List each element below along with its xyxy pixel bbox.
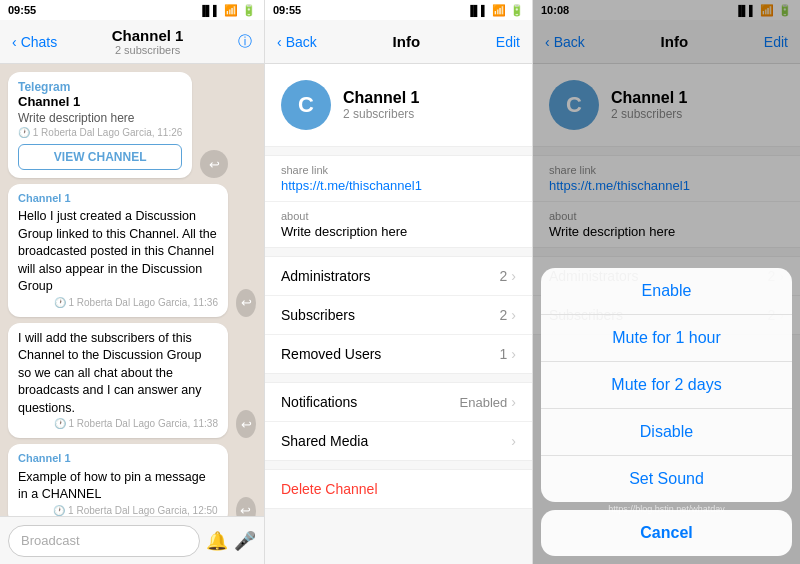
notifications-label: Notifications <box>281 394 357 410</box>
bell-icon[interactable]: 🔔 <box>206 530 228 552</box>
action-cancel-button[interactable]: Cancel <box>541 510 792 556</box>
signal-icon: ▐▌▌ <box>199 5 220 16</box>
status-bar-2: 09:55 ▐▌▌ 📶 🔋 <box>265 0 532 20</box>
removed-users-row[interactable]: Removed Users 1 › <box>265 335 532 373</box>
action-set-sound[interactable]: Set Sound <box>541 456 792 502</box>
message-text: Hello I just created a Discussion Group … <box>18 209 217 293</box>
shared-media-right: › <box>511 433 516 449</box>
profile-name: Channel 1 <box>343 89 419 107</box>
signal-icon-2: ▐▌▌ <box>467 5 488 16</box>
sender-name: Channel 1 <box>18 191 218 206</box>
forward-button[interactable]: ↩ <box>236 497 256 516</box>
back-button[interactable]: ‹ Chats <box>12 34 57 50</box>
notifications-value: Enabled <box>460 395 508 410</box>
notifications-section: Notifications Enabled › Shared Media › <box>265 382 532 461</box>
broadcast-input[interactable]: Broadcast <box>8 525 200 557</box>
status-bar: 09:55 ▐▌▌ 📶 🔋 <box>0 0 264 20</box>
list-item: Channel 1 Example of how to pin a messag… <box>8 444 256 516</box>
admin-count: 2 <box>500 268 508 284</box>
msg-timestamp: 🕐 1 Roberta Dal Lago Garcia, 11:26 <box>18 127 182 138</box>
delete-channel-button[interactable]: Delete Channel <box>265 469 532 509</box>
chat-panel: 09:55 ▐▌▌ 📶 🔋 ‹ Chats Channel 1 2 subscr… <box>0 0 265 564</box>
profile-subscribers: 2 subscribers <box>343 107 419 121</box>
row-label-removed: Removed Users <box>281 346 381 362</box>
wifi-icon-2: 📶 <box>492 4 506 17</box>
list-item: Channel 1 Hello I just created a Discuss… <box>8 184 256 317</box>
row-label-subscribers: Subscribers <box>281 307 355 323</box>
watermark: https://blog.bstin.net/whatdav <box>533 504 800 514</box>
action-sheet-group: Enable Mute for 1 hour Mute for 2 days D… <box>541 268 792 502</box>
info-nav-bar: ‹ Back Info Edit <box>265 20 532 64</box>
chat-messages: Telegram Channel 1 Write description her… <box>0 64 264 516</box>
chevron-icon-4: › <box>511 394 516 410</box>
administrators-row[interactable]: Administrators 2 › <box>265 257 532 296</box>
chevron-icon-3: › <box>511 346 516 362</box>
about-field: about Write description here <box>265 202 532 247</box>
notifications-right: Enabled › <box>460 394 516 410</box>
message-bubble: Channel 1 Example of how to pin a messag… <box>8 444 228 516</box>
info-panel: 09:55 ▐▌▌ 📶 🔋 ‹ Back Info Edit C Channel… <box>265 0 533 564</box>
message-bubble: I will add the subscribers of this Chann… <box>8 323 228 439</box>
field-value-link[interactable]: https://t.me/thischannel1 <box>281 178 516 193</box>
message-text: Example of how to pin a message in a CHA… <box>18 470 206 502</box>
msg-timestamp: 🕐 1 Roberta Dal Lago Garcia, 12:50 <box>18 504 218 516</box>
battery-icon: 🔋 <box>242 4 256 17</box>
chat-subtitle: 2 subscribers <box>112 44 184 56</box>
row-right-subscribers: 2 › <box>500 307 516 323</box>
field-value-about: Write description here <box>281 224 516 239</box>
forward-button[interactable]: ↩ <box>236 289 256 317</box>
action-mute-2days[interactable]: Mute for 2 days <box>541 362 792 409</box>
avatar: C <box>281 80 331 130</box>
time-display-2: 09:55 <box>273 4 301 16</box>
action-sheet-overlay: https://blog.bstin.net/whatdav Enable Mu… <box>533 0 800 564</box>
back-label-2: Back <box>286 34 317 50</box>
row-right: 2 › <box>500 268 516 284</box>
info-panel-2: 10:08 ▐▌▌ 📶 🔋 ‹ Back Info Edit C Channel… <box>533 0 800 564</box>
chevron-left-icon: ‹ <box>12 34 17 50</box>
list-item: Telegram Channel 1 Write description her… <box>8 72 256 178</box>
msg-timestamp: 🕐 1 Roberta Dal Lago Garcia, 11:38 <box>18 417 218 431</box>
chat-nav-bar: ‹ Chats Channel 1 2 subscribers ⓘ <box>0 20 264 64</box>
action-enable[interactable]: Enable <box>541 268 792 315</box>
status-icons: ▐▌▌ 📶 🔋 <box>199 4 256 17</box>
subscribers-row[interactable]: Subscribers 2 › <box>265 296 532 335</box>
chevron-icon: › <box>511 268 516 284</box>
sender-name: Channel 1 <box>18 451 218 466</box>
msg-channel-desc: Write description here <box>18 111 182 125</box>
wifi-icon: 📶 <box>224 4 238 17</box>
share-link-field: share link https://t.me/thischannel1 <box>265 156 532 202</box>
info-fields: share link https://t.me/thischannel1 abo… <box>265 155 532 248</box>
mic-icon[interactable]: 🎤 <box>234 530 256 552</box>
chat-input-bar: Broadcast 🔔 🎤 <box>0 516 264 564</box>
forward-button[interactable]: ↩ <box>236 410 256 438</box>
row-right-removed: 1 › <box>500 346 516 362</box>
notifications-row[interactable]: Notifications Enabled › <box>265 383 532 422</box>
removed-count: 1 <box>500 346 508 362</box>
info-rows: Administrators 2 › Subscribers 2 › Remov… <box>265 256 532 374</box>
forward-button[interactable]: ↩ <box>200 150 228 178</box>
info-title-block: Info <box>393 33 421 50</box>
message-bubble: Channel 1 Hello I just created a Discuss… <box>8 184 228 317</box>
channel-card: Telegram Channel 1 Write description her… <box>8 72 192 178</box>
msg-channel-name: Channel 1 <box>18 94 182 109</box>
status-icons-2: ▐▌▌ 📶 🔋 <box>467 4 524 17</box>
chevron-icon-5: › <box>511 433 516 449</box>
battery-icon-2: 🔋 <box>510 4 524 17</box>
message-text: I will add the subscribers of this Chann… <box>18 331 201 415</box>
input-placeholder: Broadcast <box>21 533 80 548</box>
chat-title: Channel 1 <box>112 27 184 44</box>
action-sheet-cancel: Cancel <box>541 510 792 556</box>
shared-media-row[interactable]: Shared Media › <box>265 422 532 460</box>
back-label: Chats <box>21 34 58 50</box>
action-mute-hour[interactable]: Mute for 1 hour <box>541 315 792 362</box>
back-button-2[interactable]: ‹ Back <box>277 34 317 50</box>
info-title: Info <box>393 33 421 50</box>
profile-details: Channel 1 2 subscribers <box>343 89 419 121</box>
msg-timestamp: 🕐 1 Roberta Dal Lago Garcia, 11:36 <box>18 296 218 310</box>
view-channel-button[interactable]: VIEW CHANNEL <box>18 144 182 170</box>
action-disable[interactable]: Disable <box>541 409 792 456</box>
info-button[interactable]: ⓘ <box>238 33 252 51</box>
edit-button[interactable]: Edit <box>496 34 520 50</box>
subscriber-count: 2 <box>500 307 508 323</box>
shared-media-label: Shared Media <box>281 433 368 449</box>
